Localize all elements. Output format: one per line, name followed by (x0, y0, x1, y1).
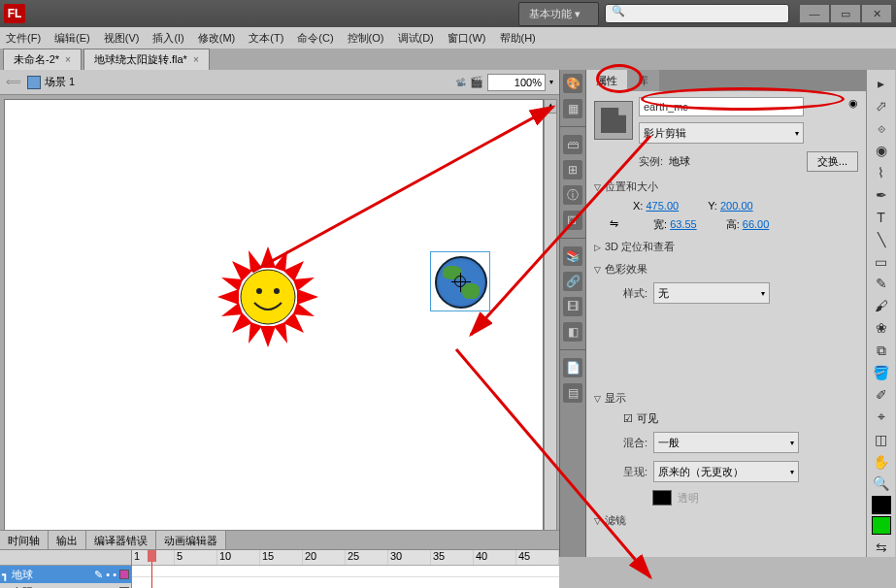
hand-tool[interactable]: ✋ (870, 451, 893, 472)
minimize-button[interactable]: — (799, 4, 830, 23)
tab-library[interactable]: 库 (628, 70, 659, 91)
section-3d[interactable]: 3D 定位和查看 (605, 240, 675, 254)
tab-errors[interactable]: 编译器错误 (86, 531, 156, 549)
fill-color[interactable] (872, 516, 891, 535)
visible-checkbox[interactable]: ☑ (623, 412, 633, 425)
selection-tool[interactable]: ▸ (870, 74, 893, 94)
layer-row[interactable]: ┓地球 ✎ • • (0, 566, 131, 583)
color-swatch[interactable] (652, 490, 672, 506)
doc-tab[interactable]: 未命名-2*× (3, 49, 82, 70)
align-icon[interactable]: ⊞ (563, 160, 582, 180)
ink-tool[interactable]: ✐ (870, 384, 893, 405)
zoom-tool[interactable]: 🔍 (870, 474, 893, 494)
swap-colors-icon[interactable]: ⇆ (870, 537, 893, 557)
tab-timeline[interactable]: 时间轴 (0, 531, 49, 549)
close-button[interactable]: ✕ (861, 4, 892, 23)
brush-tool[interactable]: 🖌 (870, 296, 893, 316)
scene-icon (27, 76, 41, 89)
style-dropdown[interactable]: 无▾ (653, 282, 770, 304)
menu-help[interactable]: 帮助(H) (500, 31, 536, 46)
timeline-panel: 时间轴 输出 编译器错误 动画编辑器 ┓地球 ✎ • • ┓太阳 • • • 1… (0, 530, 559, 588)
section-display[interactable]: 显示 (605, 391, 626, 406)
playhead[interactable] (151, 550, 152, 588)
x-value[interactable]: 475.00 (646, 200, 679, 212)
section-color[interactable]: 色彩效果 (605, 262, 647, 277)
edit-symbol-icon[interactable]: 🎬 (470, 76, 483, 88)
menu-control[interactable]: 控制(O) (348, 31, 384, 46)
menu-file[interactable]: 文件(F) (6, 31, 41, 46)
edit-scene-icon[interactable]: 📽 (455, 77, 466, 88)
width-value[interactable]: 63.55 (670, 218, 697, 230)
eraser-tool[interactable]: ◫ (870, 429, 893, 449)
timeline-frames[interactable]: 151015202530354045 (132, 550, 559, 588)
menu-insert[interactable]: 插入(I) (152, 31, 183, 46)
stage-container: ▴ (0, 95, 559, 557)
transform-icon[interactable]: ⛋ (563, 211, 582, 230)
text-tool[interactable]: T (870, 207, 893, 227)
info-icon[interactable]: ⓘ (563, 185, 582, 205)
menu-text[interactable]: 文本(T) (249, 31, 283, 46)
tab-properties[interactable]: 属性 (586, 70, 628, 91)
document-tabs: 未命名-2*× 地球绕太阳旋转.fla*× (0, 49, 896, 70)
swap-button[interactable]: 交换... (807, 151, 858, 172)
earth-symbol-selected[interactable] (430, 251, 490, 311)
3d-rotate-tool[interactable]: ◉ (870, 141, 893, 161)
clip-icon[interactable]: 🎞 (563, 297, 582, 316)
eyedropper-tool[interactable]: ⌖ (870, 407, 893, 427)
vertical-scrollbar[interactable]: ▴ (544, 99, 557, 541)
workspace-dropdown[interactable]: 基本功能 ▾ (518, 2, 599, 26)
menu-edit[interactable]: 编辑(E) (54, 31, 90, 46)
transform-tool[interactable]: ⟐ (870, 118, 893, 139)
pencil-tool[interactable]: ✎ (870, 274, 893, 294)
tab-motion[interactable]: 动画编辑器 (156, 531, 226, 549)
menu-view[interactable]: 视图(V) (104, 31, 140, 46)
svg-point-0 (241, 270, 295, 324)
height-value[interactable]: 66.00 (743, 218, 770, 230)
layer-row[interactable]: ┓太阳 • • • (0, 583, 131, 588)
bone-tool[interactable]: ⧉ (870, 341, 893, 361)
menu-bar: 文件(F) 编辑(E) 视图(V) 插入(I) 修改(M) 文本(T) 命令(C… (0, 27, 896, 49)
db-icon[interactable]: 🗃 (563, 135, 582, 154)
back-icon[interactable]: ⟸ (6, 76, 21, 88)
deco-tool[interactable]: ❀ (870, 318, 893, 339)
y-value[interactable]: 200.00 (720, 200, 753, 212)
doc-tab[interactable]: 地球绕太阳旋转.fla*× (83, 49, 210, 70)
stage[interactable] (4, 99, 544, 541)
section-position[interactable]: 位置和大小 (605, 180, 658, 194)
zoom-dropdown-icon[interactable]: ▾ (549, 78, 553, 86)
search-input[interactable]: 🔍 (605, 4, 789, 23)
panel-icon[interactable]: ▤ (563, 383, 582, 403)
subselect-tool[interactable]: ⬀ (870, 96, 893, 116)
menu-commands[interactable]: 命令(C) (297, 31, 333, 46)
grid-icon[interactable]: ▦ (563, 99, 582, 118)
palette-icon[interactable]: 🎨 (563, 74, 582, 93)
pen-tool[interactable]: ✒ (870, 184, 893, 205)
sun-symbol[interactable] (215, 244, 321, 350)
link-wh-icon[interactable]: ⇋ (610, 217, 618, 232)
blend-dropdown[interactable]: 一般▾ (653, 432, 799, 453)
chain-icon[interactable]: 🔗 (563, 272, 582, 291)
symbol-type-dropdown[interactable]: 影片剪辑▾ (639, 122, 804, 144)
search-icon: 🔍 (612, 5, 625, 16)
menu-window[interactable]: 窗口(W) (448, 31, 486, 46)
maximize-button[interactable]: ▭ (830, 4, 861, 23)
lasso-tool[interactable]: ⌇ (870, 163, 893, 183)
tab-close-icon[interactable]: × (65, 54, 71, 65)
doc-icon[interactable]: 📄 (563, 358, 582, 377)
scene-name: 场景 1 (45, 75, 75, 89)
rect-tool[interactable]: ▭ (870, 251, 893, 272)
library-icon[interactable]: 📚 (563, 246, 582, 266)
instance-name-input[interactable] (639, 97, 804, 116)
line-tool[interactable]: ╲ (870, 229, 893, 249)
menu-debug[interactable]: 调试(D) (398, 31, 434, 46)
help-icon[interactable]: ◉ (848, 97, 858, 110)
zoom-input[interactable] (487, 74, 546, 91)
bucket-tool[interactable]: 🪣 (870, 363, 893, 383)
render-dropdown[interactable]: 原来的（无更改）▾ (653, 461, 799, 482)
tab-close-icon[interactable]: × (193, 54, 199, 65)
cube-icon[interactable]: ◧ (563, 322, 582, 342)
section-filters[interactable]: 滤镜 (605, 513, 626, 528)
tab-output[interactable]: 输出 (49, 531, 86, 549)
menu-modify[interactable]: 修改(M) (198, 31, 236, 46)
stroke-color[interactable] (872, 496, 891, 514)
